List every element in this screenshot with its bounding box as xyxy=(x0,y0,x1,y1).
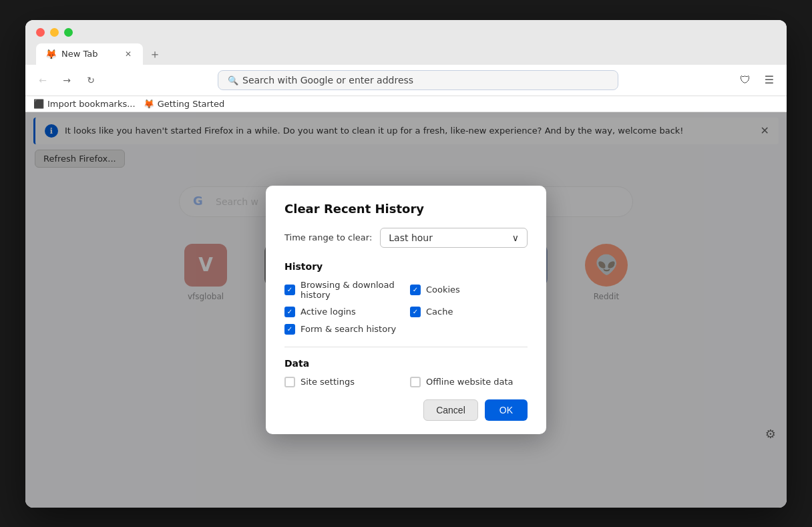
dialog-title: Clear Recent History xyxy=(284,202,528,216)
menu-icon[interactable]: ☰ xyxy=(760,71,779,90)
clear-history-dialog: Clear Recent History Time range to clear… xyxy=(266,186,546,434)
cb-active-logins-box[interactable] xyxy=(284,307,295,317)
cb-cookies-label: Cookies xyxy=(426,285,460,295)
cb-offline-data-label: Offline website data xyxy=(426,377,514,387)
modal-overlay: Clear Recent History Time range to clear… xyxy=(25,112,787,508)
tab-bar: 🦊 New Tab ✕ ＋ xyxy=(36,43,776,65)
cb-browsing-download-box[interactable] xyxy=(284,285,295,295)
cb-site-settings-label: Site settings xyxy=(300,377,355,387)
cb-form-search[interactable]: Form & search history xyxy=(284,324,402,335)
ok-button[interactable]: OK xyxy=(485,399,528,421)
cb-form-search-label: Form & search history xyxy=(300,324,396,334)
cb-offline-data-box[interactable] xyxy=(410,377,421,387)
history-section-label: History xyxy=(284,261,528,272)
chevron-down-icon: ∨ xyxy=(512,232,519,243)
cb-offline-data[interactable]: Offline website data xyxy=(410,377,528,387)
minimize-button[interactable] xyxy=(50,28,59,37)
bookmark-import[interactable]: ⬛ Import bookmarks... xyxy=(33,99,136,109)
tab-label: New Tab xyxy=(61,49,98,59)
data-section-label: Data xyxy=(284,358,528,369)
cancel-button[interactable]: Cancel xyxy=(423,399,478,421)
bookmark-getting-started[interactable]: 🦊 Getting Started xyxy=(144,99,225,109)
bookmark-getting-started-label: Getting Started xyxy=(158,99,225,109)
back-button[interactable]: ← xyxy=(33,71,52,90)
time-range-label: Time range to clear: xyxy=(284,232,372,242)
toolbar: ← → ↻ 🔍 Search with Google or enter addr… xyxy=(25,65,787,96)
active-tab[interactable]: 🦊 New Tab ✕ xyxy=(36,43,143,65)
content-area: ℹ It looks like you haven't started Fire… xyxy=(25,112,787,508)
cb-site-settings[interactable]: Site settings xyxy=(284,377,402,387)
cb-form-search-box[interactable] xyxy=(284,324,295,335)
tab-close-button[interactable]: ✕ xyxy=(123,49,134,59)
bookmark-import-label: Import bookmarks... xyxy=(47,99,136,109)
dialog-buttons: Cancel OK xyxy=(284,399,528,421)
firefox-icon: 🦊 xyxy=(144,99,154,109)
address-text: Search with Google or enter address xyxy=(242,75,413,85)
section-divider xyxy=(284,347,528,347)
cb-browsing-download-label: Browsing & download history xyxy=(300,280,402,300)
bookmarks-bar: ⬛ Import bookmarks... 🦊 Getting Started xyxy=(25,96,787,112)
maximize-button[interactable] xyxy=(64,28,73,37)
close-button[interactable] xyxy=(36,28,45,37)
cb-active-logins[interactable]: Active logins xyxy=(284,307,402,317)
data-checkboxes: Site settings Offline website data xyxy=(284,377,528,387)
traffic-lights xyxy=(36,28,776,37)
cb-cache[interactable]: Cache xyxy=(410,307,528,317)
pocket-icon[interactable]: 🛡 xyxy=(736,71,755,90)
new-tab-button[interactable]: ＋ xyxy=(146,45,164,63)
history-checkboxes: Browsing & download history Cookies Acti… xyxy=(284,280,528,335)
forward-button[interactable]: → xyxy=(57,71,76,90)
time-range-row: Time range to clear: Last hour ∨ xyxy=(284,228,528,248)
cb-site-settings-box[interactable] xyxy=(284,377,295,387)
cb-cache-label: Cache xyxy=(426,307,453,317)
reload-button[interactable]: ↻ xyxy=(81,71,100,90)
cb-cache-box[interactable] xyxy=(410,307,421,317)
tab-favicon-icon: 🦊 xyxy=(45,49,56,59)
time-range-select[interactable]: Last hour ∨ xyxy=(380,228,528,248)
address-bar-wrapper: 🔍 Search with Google or enter address xyxy=(106,70,731,90)
cb-browsing-download[interactable]: Browsing & download history xyxy=(284,280,402,300)
title-bar: 🦊 New Tab ✕ ＋ xyxy=(25,20,787,65)
toolbar-right: 🛡 ☰ xyxy=(736,71,779,90)
cb-active-logins-label: Active logins xyxy=(300,307,356,317)
browser-window: 🦊 New Tab ✕ ＋ ← → ↻ 🔍 Search with Google… xyxy=(25,20,787,508)
import-icon: ⬛ xyxy=(33,99,44,109)
cb-cookies-box[interactable] xyxy=(410,285,421,295)
time-range-value: Last hour xyxy=(389,232,433,243)
cb-cookies[interactable]: Cookies xyxy=(410,280,528,300)
address-bar[interactable]: 🔍 Search with Google or enter address xyxy=(218,70,618,90)
search-icon: 🔍 xyxy=(228,75,238,85)
